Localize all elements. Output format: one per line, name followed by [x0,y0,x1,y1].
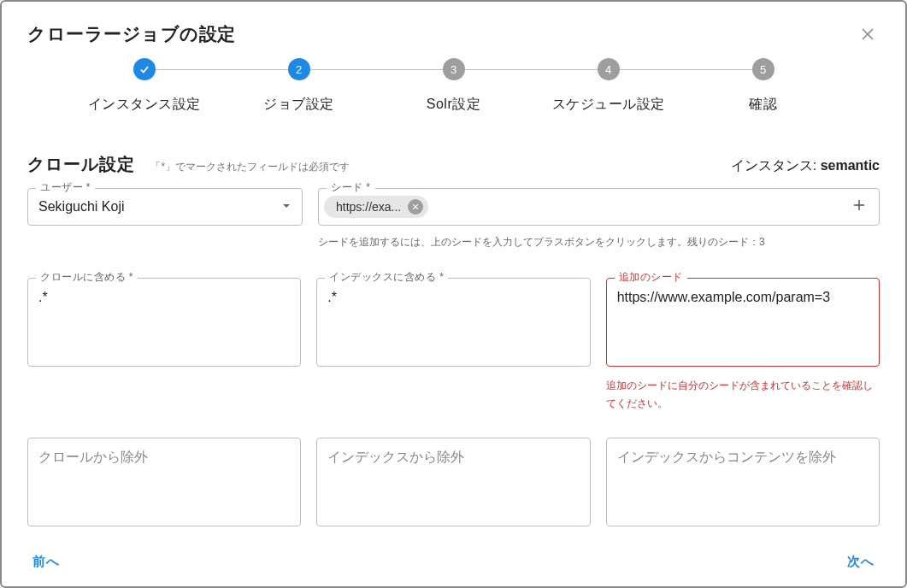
include-index-input[interactable] [316,278,590,367]
seed-field-col: シード * https://exa... シードを追加するには、上のシードを入力… [318,188,880,250]
step-label: インスタンス設定 [67,96,221,114]
dialog-header: クローラージョブの設定 [27,22,880,46]
step-circle-active: 2 [288,58,310,80]
exclude-content-field [606,438,880,530]
extra-seed-error: 追加のシードに自分のシードが含まれていることを確認してください。 [606,377,880,412]
dialog-footer: 前へ 次へ [27,554,880,570]
instance-indicator: インスタンス: semantic [731,157,880,175]
next-button[interactable]: 次へ [847,554,875,570]
include-index-field: インデックスに含める * [316,278,590,370]
check-icon [138,63,150,75]
exclude-index-input[interactable] [316,438,590,526]
user-field: ユーザー * Sekiguchi Koji [27,188,303,250]
close-icon [411,203,420,211]
dialog-title: クローラージョブの設定 [27,22,236,46]
stepper: インスタンス設定 2 ジョブ設定 3 Solr設定 4 スケジュール設定 5 確… [67,58,840,114]
step-circle-done [133,58,156,80]
exclude-crawl-input[interactable] [27,438,301,526]
close-icon [860,26,875,42]
seed-chip[interactable]: https://exa... [324,196,428,218]
extra-seed-input[interactable] [606,278,880,367]
user-label: ユーザー * [36,180,95,195]
seed-label: シード * [327,180,375,195]
include-crawl-label: クロールに含める * [36,270,138,285]
user-select-value: Sekiguchi Koji [38,199,125,215]
step-schedule[interactable]: 4 スケジュール設定 [531,58,686,114]
extra-seed-label: 追加のシード [615,270,687,285]
step-circle: 3 [443,58,465,80]
include-crawl-field: クロールに含める * [27,278,301,370]
exclude-content-input[interactable] [606,438,880,526]
step-job[interactable]: 2 ジョブ設定 [221,58,376,114]
instance-prefix: インスタンス: [731,158,821,173]
exclude-crawl-field [27,438,301,530]
step-circle: 5 [752,58,774,80]
step-label: 確認 [686,96,840,114]
seed-add-button[interactable] [848,197,870,216]
close-button[interactable] [856,22,880,46]
step-circle: 4 [598,58,620,80]
section-title: クロール設定 [27,155,135,173]
seed-helper-text: シードを追加するには、上のシードを入力してプラスボタンをクリックします。残りのシ… [318,234,880,250]
prev-button[interactable]: 前へ [32,554,60,570]
plus-icon [851,197,867,213]
include-crawl-input[interactable] [27,278,301,367]
crawler-job-dialog: クローラージョブの設定 インスタンス設定 2 ジョブ設定 3 Solr設定 4 … [0,0,907,588]
step-instance[interactable]: インスタンス設定 [67,58,221,114]
exclude-index-field [316,438,590,530]
extra-seed-field: 追加のシード 追加のシードに自分のシードが含まれていることを確認してください。 [606,278,880,412]
section-header: クロール設定 「*」でマークされたフィールドは必須です インスタンス: sema… [27,153,880,176]
include-index-label: インデックスに含める * [325,270,448,285]
seed-chip-text: https://exa... [336,200,401,214]
step-confirm[interactable]: 5 確認 [686,58,840,114]
chip-remove-button[interactable] [408,199,423,215]
chevron-down-icon [281,199,292,215]
instance-name: semantic [821,158,880,173]
step-solr[interactable]: 3 Solr設定 [376,58,531,114]
section-hint: 「*」でマークされたフィールドは必須です [150,161,350,173]
step-label: スケジュール設定 [531,96,686,114]
seed-input[interactable]: https://exa... [318,188,880,226]
step-label: Solr設定 [376,96,531,114]
step-label: ジョブ設定 [221,96,376,114]
